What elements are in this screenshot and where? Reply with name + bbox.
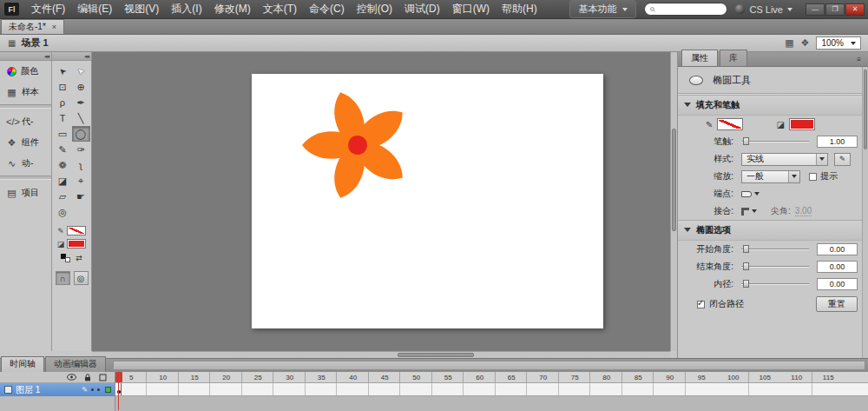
menu-item-modify[interactable]: 修改(M)	[208, 0, 257, 18]
workspace-switcher[interactable]: 基本功能	[569, 0, 636, 18]
playhead-marker[interactable]	[115, 372, 122, 382]
tab-timeline[interactable]: 时间轴	[1, 356, 44, 372]
restore-button[interactable]: ❐	[825, 3, 845, 16]
lasso-tool[interactable]: ρ	[54, 95, 72, 110]
canvas-vertical-scrollbar[interactable]	[670, 52, 677, 351]
flower-shape[interactable]	[297, 84, 418, 206]
stroke-scale-dropdown[interactable]: 一般	[741, 170, 800, 183]
layer-outline-color-swatch[interactable]	[105, 387, 111, 393]
edit-stroke-style-button[interactable]: ✎	[834, 153, 851, 166]
properties-scrollbar[interactable]	[862, 67, 868, 358]
panel-button-project[interactable]: ▤ 项目	[0, 182, 51, 203]
stroke-style-dropdown[interactable]: 实线	[741, 153, 828, 166]
pasteboard[interactable]	[92, 52, 670, 351]
show-hide-layers-icon[interactable]	[67, 374, 76, 381]
fill-color-swatch[interactable]	[789, 118, 815, 130]
hand-tool[interactable]: ☛	[72, 189, 90, 204]
close-button[interactable]: ✕	[845, 3, 865, 16]
bone-tool[interactable]: ʅ	[72, 157, 90, 173]
layer-name[interactable]: 图层 1	[16, 384, 78, 396]
close-path-checkbox[interactable]	[697, 301, 705, 308]
stroke-color-swatch[interactable]	[717, 118, 743, 130]
tab-library[interactable]: 库	[720, 50, 747, 66]
black-white-icon[interactable]	[61, 254, 70, 262]
stroke-color-control[interactable]: ✎	[57, 226, 86, 235]
layer-row[interactable]: 图层 1 ✎	[0, 383, 115, 396]
end-angle-slider[interactable]	[741, 266, 809, 268]
slider-thumb[interactable]	[743, 137, 749, 145]
panel-button-color[interactable]: 颜色	[0, 61, 51, 82]
zoom-tool[interactable]: ◎	[54, 204, 72, 220]
slider-thumb[interactable]	[743, 245, 749, 253]
reset-button[interactable]: 重置	[816, 296, 858, 312]
edit-scene-icon[interactable]: ▦	[785, 37, 793, 49]
text-tool[interactable]: T	[54, 110, 72, 126]
object-drawing-button[interactable]: ◎	[74, 271, 89, 285]
paint-bucket-tool[interactable]: ◪	[54, 173, 72, 189]
stroke-slider[interactable]	[741, 141, 809, 143]
snap-to-objects-button[interactable]: ∩	[56, 271, 70, 285]
menu-item-help[interactable]: 帮助(H)	[496, 0, 543, 18]
timeline-drag-bar[interactable]	[113, 361, 865, 370]
inner-radius-value[interactable]: 0.00	[817, 278, 858, 290]
panel-button-components[interactable]: ❖ 组件	[0, 132, 51, 153]
end-angle-value[interactable]: 0.00	[817, 261, 858, 273]
line-tool[interactable]: ╲	[72, 110, 90, 126]
slider-thumb[interactable]	[743, 262, 749, 270]
swap-colors-icon[interactable]: ⇄	[76, 254, 82, 262]
inner-radius-slider[interactable]	[741, 283, 809, 285]
slider-thumb[interactable]	[743, 280, 749, 288]
search-box[interactable]	[644, 3, 727, 16]
panel-menu-icon[interactable]: ≡	[857, 56, 868, 66]
cap-style-icon[interactable]	[741, 191, 752, 197]
tab-motion-editor[interactable]: 动画编辑器	[45, 356, 106, 372]
menu-item-insert[interactable]: 插入(I)	[165, 0, 207, 18]
chevron-down-icon[interactable]	[754, 192, 760, 198]
3d-rotation-tool[interactable]: ⊕	[72, 79, 90, 95]
subselection-tool[interactable]: ➤	[72, 63, 90, 79]
rectangle-tool[interactable]: ▭	[54, 126, 72, 142]
cs-live-button[interactable]: CS Live	[735, 4, 792, 15]
menu-item-file[interactable]: 文件(F)	[25, 0, 71, 18]
layer-visibility-dot[interactable]	[91, 388, 94, 391]
free-transform-tool[interactable]: ⊡	[54, 79, 72, 95]
pencil-tool[interactable]: ✎	[54, 142, 72, 157]
chevron-down-icon[interactable]	[752, 209, 757, 215]
tab-properties[interactable]: 属性	[681, 50, 718, 66]
edit-symbol-icon[interactable]: ❖	[801, 37, 810, 49]
menu-item-debug[interactable]: 调试(D)	[398, 0, 446, 18]
stroke-color-swatch[interactable]	[67, 226, 86, 235]
join-style-icon[interactable]	[741, 208, 749, 215]
start-angle-value[interactable]: 0.00	[817, 243, 858, 255]
deco-tool[interactable]: ❁	[54, 157, 72, 173]
timeline-ruler[interactable]: 5 10 15 20 25 30 35 40 45 50 55 60 65 70…	[115, 372, 868, 383]
eraser-tool[interactable]: ▱	[54, 189, 72, 204]
miter-value[interactable]: 3.00	[795, 206, 812, 216]
stroke-value[interactable]: 1.00	[817, 136, 858, 148]
menu-item-view[interactable]: 视图(V)	[118, 0, 165, 18]
timeline-frames-area[interactable]	[115, 383, 868, 396]
panel-button-code-snippets[interactable]: </> 代-	[0, 111, 51, 132]
pen-tool[interactable]: ✒	[72, 95, 90, 110]
stroke-hinting-checkbox[interactable]	[809, 173, 817, 181]
lock-layers-icon[interactable]	[84, 374, 91, 381]
panel-button-motion-presets[interactable]: ∿ 动-	[0, 153, 51, 174]
dock-header[interactable]: ◂◂	[0, 52, 51, 61]
minimize-button[interactable]: —	[806, 3, 825, 16]
panel-button-swatches[interactable]: ▦ 样本	[0, 82, 51, 103]
eyedropper-tool[interactable]: ⌖	[72, 173, 90, 189]
section-oval-options[interactable]: 椭圆选项	[678, 220, 868, 241]
section-fill-and-stroke[interactable]: 填充和笔触	[678, 95, 868, 116]
zoom-level-dropdown[interactable]: 100%	[816, 36, 861, 50]
layer-lock-dot[interactable]	[97, 388, 100, 391]
brush-tool[interactable]: ✑	[72, 142, 90, 157]
menu-item-commands[interactable]: 命令(C)	[303, 0, 351, 18]
fill-color-control[interactable]: ◪	[57, 239, 87, 249]
search-input[interactable]	[659, 4, 721, 14]
vertical-scroll-thumb[interactable]	[672, 129, 676, 231]
tab-close-icon[interactable]: ×	[52, 23, 56, 31]
document-tab[interactable]: 未命名-1* ×	[1, 19, 64, 34]
menu-item-edit[interactable]: 编辑(E)	[71, 0, 118, 18]
fill-color-swatch[interactable]	[67, 239, 86, 249]
selection-tool[interactable]: ➤	[54, 63, 72, 79]
